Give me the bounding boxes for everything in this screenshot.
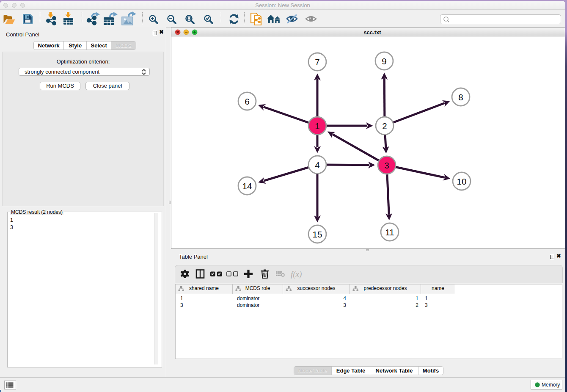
- svg-text:10: 10: [457, 177, 467, 186]
- svg-text:f(x): f(x): [291, 270, 302, 279]
- svg-text:1: 1: [315, 121, 319, 131]
- svg-text:6: 6: [245, 97, 249, 106]
- svg-text:9: 9: [382, 56, 386, 66]
- svg-text:3: 3: [384, 160, 389, 170]
- svg-text:8: 8: [458, 92, 463, 102]
- svg-text:11: 11: [385, 227, 394, 237]
- svg-text:4: 4: [315, 160, 319, 170]
- svg-text:14: 14: [242, 181, 252, 191]
- svg-text:2: 2: [382, 121, 387, 131]
- svg-text:7: 7: [315, 57, 319, 67]
- svg-text:15: 15: [313, 229, 322, 239]
